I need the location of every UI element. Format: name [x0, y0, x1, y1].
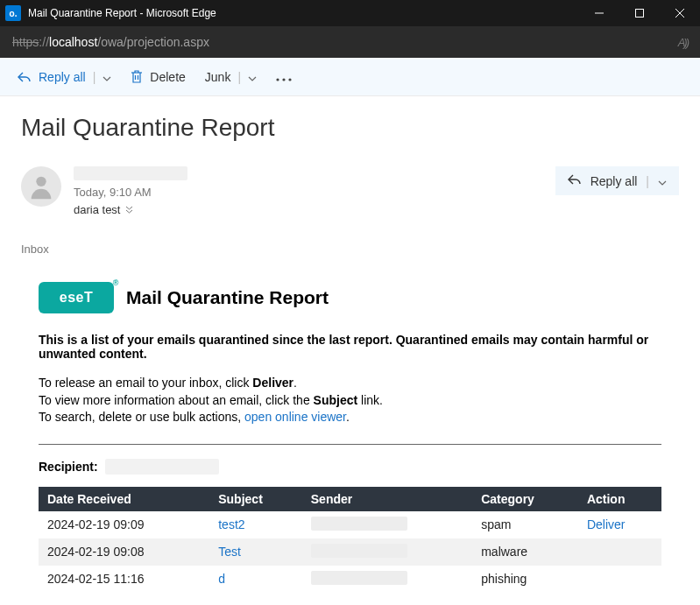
- address-bar[interactable]: https :// localhost /owa/projection.aspx…: [0, 26, 700, 58]
- reply-all-label: Reply all: [39, 70, 86, 84]
- subject-link[interactable]: test2: [218, 517, 244, 531]
- instruction-viewer: To search, delete or use bulk actions, o…: [39, 409, 661, 426]
- col-action: Action: [578, 487, 661, 511]
- col-category: Category: [472, 487, 578, 511]
- svg-point-6: [288, 78, 291, 81]
- junk-label: Junk: [205, 70, 231, 84]
- cell-sender: [302, 511, 472, 538]
- cell-sender: [302, 538, 472, 566]
- col-subject: Subject: [209, 487, 302, 511]
- url-sep: ://: [39, 35, 49, 49]
- cell-category: malware: [472, 538, 578, 566]
- reply-all-icon: [18, 71, 32, 83]
- table-header-row: Date Received Subject Sender Category Ac…: [39, 487, 661, 511]
- page-title: Mail Quarantine Report: [21, 114, 679, 142]
- svg-rect-1: [636, 10, 644, 18]
- url-scheme: https: [12, 35, 39, 49]
- message-header: Today, 9:10 AM daria test Reply all |: [21, 166, 679, 216]
- toolbar-divider: |: [237, 70, 241, 84]
- open-online-viewer-link[interactable]: open online viewer: [244, 410, 346, 424]
- window-titlebar: o. Mail Quarantine Report - Microsoft Ed…: [0, 0, 700, 26]
- recipient-label: Recipient:: [39, 460, 98, 474]
- body-header: eseT ® Mail Quarantine Report: [39, 282, 661, 313]
- cell-subject: test2: [209, 511, 302, 538]
- instructions: To release an email to your inbox, click…: [39, 375, 661, 426]
- sender-block: Today, 9:10 AM daria test: [74, 166, 187, 216]
- url-host: localhost: [49, 35, 97, 49]
- message-content: Mail Quarantine Report Today, 9:10 AM da…: [0, 96, 700, 605]
- instruction-subject: To view more information about an email,…: [39, 392, 661, 410]
- table-row: 2024-02-19 09:08Testmalware: [39, 538, 661, 566]
- cell-action: Deliver: [578, 511, 661, 538]
- cell-action: [578, 538, 661, 566]
- cell-category: phishing: [472, 566, 578, 593]
- read-aloud-icon[interactable]: A)): [678, 36, 688, 49]
- deliver-link[interactable]: Deliver: [587, 517, 626, 531]
- cell-sender: [302, 566, 472, 593]
- divider: [39, 444, 661, 445]
- folder-label: Inbox: [21, 243, 679, 256]
- chevron-down-icon[interactable]: [248, 70, 257, 84]
- reply-all-chip[interactable]: Reply all |: [555, 166, 679, 195]
- email-body: eseT ® Mail Quarantine Report This is a …: [21, 282, 679, 593]
- reply-all-chip-label: Reply all: [590, 174, 638, 188]
- cell-subject: Test: [209, 538, 302, 566]
- recipient-line[interactable]: daria test: [74, 203, 133, 216]
- cell-category: spam: [472, 511, 578, 538]
- recipient-redacted: [105, 459, 219, 475]
- sender-name-redacted: [74, 166, 187, 180]
- chip-divider: |: [646, 174, 649, 188]
- junk-button[interactable]: Junk |: [205, 70, 257, 84]
- cell-action: [578, 566, 661, 593]
- close-button[interactable]: [660, 0, 700, 26]
- subject-link[interactable]: Test: [218, 545, 241, 559]
- instruction-deliver: To release an email to your inbox, click…: [39, 375, 661, 392]
- delete-button[interactable]: Delete: [131, 70, 185, 84]
- delete-label: Delete: [150, 70, 185, 84]
- eset-logo: eseT ®: [39, 282, 114, 313]
- recipient-row: Recipient:: [39, 459, 661, 475]
- cell-subject: d: [209, 566, 302, 593]
- svg-point-5: [282, 78, 285, 81]
- double-chevron-down-icon: [125, 203, 133, 216]
- cell-date: 2024-02-19 09:08: [39, 538, 209, 566]
- chevron-down-icon[interactable]: [103, 70, 111, 84]
- recipient-display: daria test: [74, 203, 120, 216]
- reply-all-icon: [568, 173, 582, 188]
- reply-all-button[interactable]: Reply all |: [18, 70, 111, 84]
- sender-redacted: [311, 571, 407, 585]
- trash-icon: [131, 70, 143, 84]
- quarantine-table: Date Received Subject Sender Category Ac…: [39, 487, 661, 593]
- minimize-button[interactable]: [579, 0, 619, 26]
- subject-link[interactable]: d: [218, 572, 225, 586]
- cell-date: 2024-02-15 11:16: [39, 566, 209, 593]
- svg-point-7: [36, 177, 46, 186]
- cell-date: 2024-02-19 09:09: [39, 511, 209, 538]
- url-path: /owa/projection.aspx: [97, 35, 209, 49]
- toolbar-divider: |: [93, 70, 96, 84]
- svg-point-4: [276, 78, 279, 81]
- more-actions-button[interactable]: [276, 70, 292, 84]
- table-row: 2024-02-19 09:09test2spamDeliver: [39, 511, 661, 538]
- app-icon: o.: [5, 5, 21, 21]
- sender-redacted: [311, 517, 407, 531]
- sender-redacted: [311, 544, 407, 558]
- col-sender: Sender: [302, 487, 472, 511]
- chevron-down-icon[interactable]: [658, 174, 667, 188]
- intro-text: This is a list of your emails quarantine…: [39, 333, 661, 361]
- eset-logo-text: eseT: [60, 290, 93, 306]
- ellipsis-icon: [276, 70, 292, 84]
- window-title: Mail Quarantine Report - Microsoft Edge: [28, 7, 579, 19]
- table-row: 2024-02-15 11:16dphishing: [39, 566, 661, 593]
- message-toolbar: Reply all | Delete Junk |: [0, 58, 700, 96]
- body-title: Mail Quarantine Report: [126, 287, 329, 308]
- col-date: Date Received: [39, 487, 209, 511]
- maximize-button[interactable]: [619, 0, 660, 26]
- timestamp: Today, 9:10 AM: [74, 186, 187, 199]
- avatar: [21, 166, 61, 207]
- registered-mark: ®: [113, 278, 119, 287]
